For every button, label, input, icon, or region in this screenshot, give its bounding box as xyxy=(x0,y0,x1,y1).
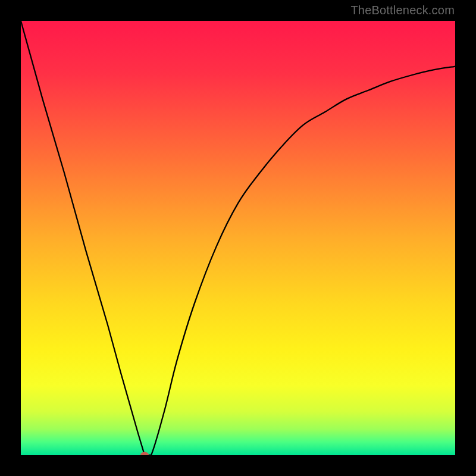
plot-area xyxy=(21,21,455,455)
chart-container: TheBottleneck.com xyxy=(0,0,476,476)
bottleneck-marker-icon xyxy=(140,452,149,456)
chart-curve xyxy=(21,21,455,455)
watermark-text: TheBottleneck.com xyxy=(350,4,455,17)
